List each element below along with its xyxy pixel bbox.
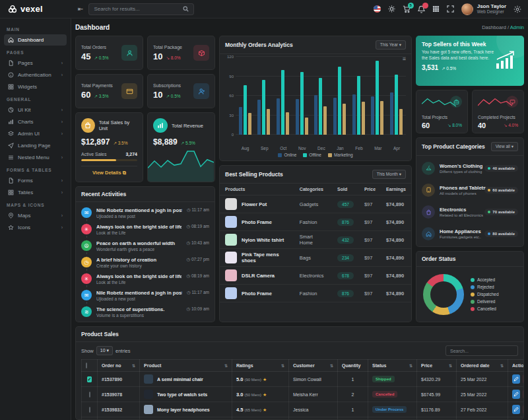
legend-item-offline[interactable]: Offline	[303, 153, 321, 157]
bar-group-dec[interactable]	[314, 78, 327, 135]
edit-button[interactable]	[512, 374, 520, 384]
delete-button[interactable]	[523, 374, 524, 384]
table-row[interactable]: Nylon White tshirtSmart Home432$97$74,89…	[220, 231, 411, 249]
sort-icon[interactable]: ⇅	[132, 363, 135, 368]
select-all-header[interactable]	[82, 360, 98, 372]
sidebar-item-pages[interactable]: Pages›	[4, 57, 67, 69]
legend-item-online[interactable]: Online	[278, 153, 296, 157]
edit-button[interactable]	[512, 390, 520, 399]
analytics-range-select[interactable]: This Year ▾	[376, 40, 406, 50]
sidebar-item-maps[interactable]: Maps›	[4, 210, 67, 221]
sort-icon[interactable]: ⇅	[500, 363, 504, 368]
view-details-link[interactable]: View Details ⧉	[81, 166, 137, 176]
sort-icon[interactable]: ⇅	[224, 363, 228, 368]
column-header-order-no[interactable]: Order no⇅	[98, 360, 140, 372]
table-row[interactable]: Photo FrameFashion876$97$74,890	[220, 285, 411, 302]
cart-icon[interactable]: 5	[403, 5, 411, 13]
search-icon[interactable]	[183, 6, 189, 12]
best-selling-range-select[interactable]: This Month ▾	[372, 170, 406, 179]
search-input[interactable]	[94, 6, 179, 12]
language-flag-icon[interactable]	[374, 5, 381, 13]
table-row[interactable]: #1539078Two type of watch sets3.0 (50 Me…	[82, 387, 524, 402]
table-row[interactable]: #1538267Sportive coloured shoes2.5 (15 M…	[82, 417, 524, 420]
sidebar-item-landing-page[interactable]: Landing Page	[4, 140, 67, 151]
column-header-price[interactable]: Price⇅	[417, 360, 457, 372]
settings-gear-icon[interactable]	[513, 5, 521, 13]
table-row[interactable]: Pink Tape mens shoesBags234$97$74,890	[220, 249, 411, 267]
sidebar-collapse-icon[interactable]: ⇤	[78, 5, 83, 13]
edit-button[interactable]	[512, 405, 520, 414]
notifications-bell-icon[interactable]	[418, 5, 425, 13]
theme-toggle-icon[interactable]	[388, 5, 395, 13]
column-header-sold[interactable]: Sold	[332, 184, 359, 195]
row-checkbox[interactable]: ✓	[87, 376, 92, 382]
stat-card-total-payments: Total Payments60↗ 3.5%	[75, 74, 143, 108]
product-cell: Nylon White tshirt	[220, 231, 294, 249]
breadcrumb-item[interactable]: Dashboard	[482, 24, 506, 30]
sort-icon[interactable]: ⇅	[281, 363, 284, 368]
star-icon: ★	[263, 392, 267, 397]
category-item[interactable]: Home AppliancesFurnitures,gadgets etc..8…	[422, 227, 518, 240]
sort-icon[interactable]: ⇅	[409, 363, 412, 368]
table-row[interactable]: Flower PotGadgets457$97$74,890	[220, 195, 411, 213]
sidebar-item-widgets[interactable]: Widgets	[4, 81, 67, 92]
sidebar-item-icons[interactable]: Icons›	[4, 222, 67, 233]
sidebar-item-forms[interactable]: Forms›	[4, 175, 67, 186]
column-header-status[interactable]: Status⇅	[368, 360, 417, 372]
column-header-customer[interactable]: Customer⇅	[289, 360, 338, 372]
table-search-input[interactable]	[446, 345, 518, 356]
sort-icon[interactable]: ⇅	[330, 363, 333, 368]
select-all-checkbox[interactable]	[86, 363, 87, 368]
sidebar-item-admin-ui[interactable]: Admin UI›	[4, 128, 67, 139]
entries-per-page-select[interactable]: 10 ▾	[96, 346, 113, 355]
sidebar-item-ui-kit[interactable]: UI Kit›	[4, 104, 67, 116]
bar-group-sep[interactable]	[257, 80, 270, 135]
table-row[interactable]: ✓#1537890A semi minimal chair5.0 (90 Mem…	[82, 372, 524, 387]
delete-button[interactable]	[523, 390, 524, 399]
sort-icon[interactable]: ⇅	[449, 363, 452, 368]
delete-button[interactable]	[523, 405, 524, 414]
sidebar-item-charts[interactable]: Charts›	[4, 116, 67, 127]
column-header-products[interactable]: Products	[220, 184, 294, 195]
brand-logo[interactable]: vexel	[0, 4, 71, 14]
apps-grid-icon[interactable]	[432, 5, 440, 13]
y-tick-label: 0	[232, 133, 234, 137]
categories-view-all-select[interactable]: View all ▾	[491, 142, 518, 151]
bar-group-apr[interactable]	[390, 75, 403, 135]
category-cell: Bags	[294, 249, 332, 267]
bar-group-aug[interactable]	[239, 85, 251, 135]
column-header-earnings[interactable]: Earnings	[381, 184, 411, 195]
column-header-ordered-date[interactable]: Ordered date⇅	[457, 360, 508, 372]
table-row[interactable]: #1539832Mony layer headphones4.5 (65 Mem…	[82, 402, 524, 417]
sidebar-item-tables[interactable]: Tables›	[4, 187, 67, 198]
category-item[interactable]: Women's ClothingDiffernt types of clothi…	[422, 162, 518, 175]
sidebar-item-dashboard[interactable]: Dashboard	[4, 34, 67, 46]
card-title: Order Status	[422, 256, 456, 262]
table-search[interactable]	[446, 345, 518, 356]
user-menu[interactable]: Json Taylor Web Designer	[461, 3, 506, 15]
box-icon	[193, 45, 209, 61]
sidebar-item-authentication[interactable]: Authentication›	[4, 69, 67, 81]
table-row[interactable]: DSLR CameraElectronics678$97$74,890	[220, 267, 411, 285]
column-header-price[interactable]: Price	[359, 184, 381, 195]
bar-group-jan[interactable]	[333, 67, 346, 135]
legend-item-marketing[interactable]: Marketing	[328, 153, 353, 157]
bar-group-nov[interactable]	[296, 72, 308, 135]
column-header-product[interactable]: Product⇅	[140, 360, 232, 372]
fullscreen-icon[interactable]	[447, 5, 454, 13]
row-checkbox[interactable]	[89, 407, 90, 413]
global-search[interactable]	[88, 3, 194, 15]
row-checkbox[interactable]	[89, 392, 90, 398]
bar-group-oct[interactable]	[277, 70, 289, 135]
column-header-categories[interactable]: Categories	[294, 184, 332, 195]
category-item[interactable]: Phones and TabletsAll models of phones60…	[422, 184, 518, 197]
bar-group-feb[interactable]	[352, 76, 365, 135]
column-header-ratings[interactable]: Ratings⇅	[232, 360, 289, 372]
category-item[interactable]: ElectronicsRelated to all Electronics70 …	[422, 205, 518, 219]
table-row[interactable]: Photo FrameFashion876$97$74,890	[220, 213, 411, 231]
column-header-actions[interactable]: Actions	[508, 360, 524, 372]
bar-marketing	[380, 101, 383, 135]
bar-group-mar[interactable]	[371, 61, 383, 135]
sidebar-item-nested-menu[interactable]: Nested Menu›	[4, 152, 67, 163]
column-header-quantity[interactable]: Quantity	[338, 360, 368, 372]
